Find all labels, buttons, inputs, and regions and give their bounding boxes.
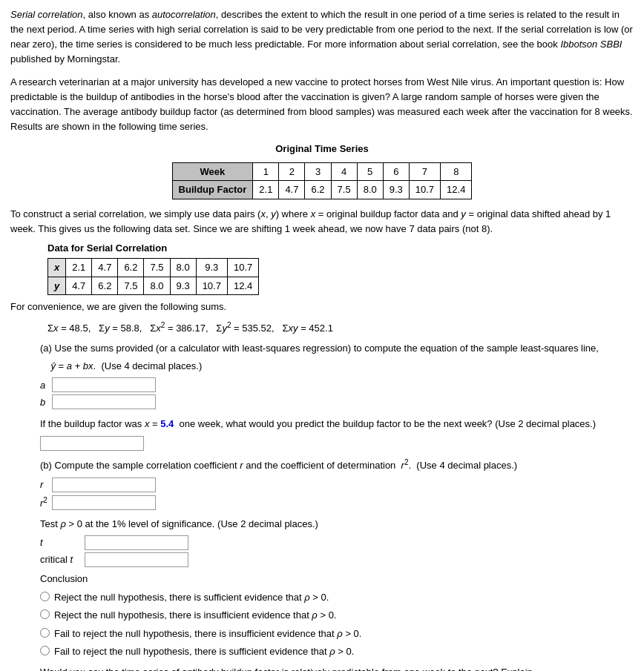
critical-t-label: critical t <box>40 552 85 567</box>
bf-3: 6.2 <box>305 181 331 199</box>
conclusion-label: Conclusion <box>40 572 634 586</box>
y-5: 9.3 <box>170 277 196 295</box>
conclusion-option-2: Reject the null hypothesis, there is ins… <box>40 608 634 623</box>
week-7: 7 <box>409 162 440 181</box>
bf-4: 7.5 <box>331 181 357 199</box>
x-4: 7.5 <box>144 259 170 277</box>
prediction-question: If the buildup factor was x = 5.4 one we… <box>40 417 634 432</box>
critical-t-row: critical t <box>40 552 634 567</box>
conclusion-radio-3[interactable] <box>40 628 50 638</box>
r-input-row: r <box>40 477 634 492</box>
r-input[interactable] <box>52 477 156 492</box>
bf-8: 12.4 <box>441 181 472 199</box>
serial-correlation-table: x 2.1 4.7 6.2 7.5 8.0 9.3 10.7 y 4.7 6.2… <box>47 258 259 295</box>
y-3: 7.5 <box>118 277 144 295</box>
t-input-row: t <box>40 535 634 550</box>
bf-1: 2.1 <box>253 181 279 199</box>
week-2: 2 <box>279 162 305 181</box>
week-6: 6 <box>383 162 409 181</box>
conclusion-radio-2[interactable] <box>40 609 50 619</box>
conclusion-option-4: Fail to reject the null hypothesis, ther… <box>40 644 634 659</box>
r-label: r <box>40 477 52 492</box>
y-7: 12.4 <box>227 277 258 295</box>
final-question-text: Would you say the time series of antibod… <box>40 665 634 671</box>
a-label: a <box>40 378 52 393</box>
b-input-row: b <box>40 394 634 409</box>
bf-6: 9.3 <box>383 181 409 199</box>
part-a-instruction: (a) Use the sums provided (or a calculat… <box>40 341 634 356</box>
y-1: 4.7 <box>66 277 92 295</box>
part-a-label: (a) Use the sums provided (or a calculat… <box>40 343 599 354</box>
conclusion-text-1: Reject the null hypothesis, there is suf… <box>54 590 329 605</box>
x-5: 8.0 <box>170 259 196 277</box>
b-label: b <box>40 395 52 410</box>
r2-label: r2 <box>40 495 52 511</box>
b-input[interactable] <box>52 394 156 409</box>
x-7: 10.7 <box>227 259 258 277</box>
y-2: 6.2 <box>92 277 118 295</box>
y-6: 10.7 <box>196 277 227 295</box>
conclusion-option-1: Reject the null hypothesis, there is suf… <box>40 590 634 605</box>
convenience-text: For convenience, we are given the follow… <box>10 300 634 314</box>
conclusion-option-3: Fail to reject the null hypothesis, ther… <box>40 627 634 641</box>
conclusion-options: Reject the null hypothesis, there is suf… <box>40 590 634 659</box>
buildup-header: Buildup Factor <box>172 181 253 199</box>
week-8: 8 <box>441 162 472 181</box>
intro-paragraph1: Serial correlation, also known as autoco… <box>10 7 634 67</box>
t-input[interactable] <box>85 535 188 550</box>
test-block: Test ρ > 0 at the 1% level of significan… <box>40 517 634 659</box>
prediction-input[interactable] <box>40 436 144 451</box>
week-3: 3 <box>305 162 331 181</box>
week-1: 1 <box>253 162 279 181</box>
part-b-instruction: (b) Compute the sample correlation coeff… <box>40 457 634 473</box>
a-input[interactable] <box>52 377 156 392</box>
r2-input[interactable] <box>52 495 156 510</box>
bf-2: 4.7 <box>279 181 305 199</box>
original-series-title: Original Time Series <box>275 142 368 156</box>
sums-line: Σx = 48.5, Σy = 58.8, Σx2 = 386.17, Σy2 … <box>47 320 634 336</box>
x-header: x <box>48 259 66 277</box>
r2-input-row: r2 <box>40 495 634 511</box>
original-series-block: Original Time Series Week 1 2 3 4 5 6 7 … <box>10 142 634 202</box>
t-label: t <box>40 535 85 550</box>
conclusion-text-4: Fail to reject the null hypothesis, ther… <box>54 644 354 659</box>
bf-5: 8.0 <box>357 181 383 199</box>
conclusion-text-3: Fail to reject the null hypothesis, ther… <box>54 627 361 641</box>
part-b-block: (b) Compute the sample correlation coeff… <box>40 457 634 511</box>
week-5: 5 <box>357 162 383 181</box>
final-question-block: Would you say the time series of antibod… <box>40 665 634 671</box>
x-3: 6.2 <box>118 259 144 277</box>
y-header: y <box>48 277 66 295</box>
intro-paragraph2: A research veterinarian at a major unive… <box>10 75 634 135</box>
original-series-table: Week 1 2 3 4 5 6 7 8 Buildup Factor 2.1 … <box>172 162 473 199</box>
a-input-row: a <box>40 377 634 392</box>
part-a-formula: ŷ = a + bx. (Use 4 decimal places.) <box>40 359 634 374</box>
conclusion-radio-1[interactable] <box>40 592 50 601</box>
week-header: Week <box>172 162 253 181</box>
conclusion-radio-4[interactable] <box>40 646 50 655</box>
serial-correlation-block: Data for Serial Correlation x 2.1 4.7 6.… <box>47 241 634 296</box>
y-4: 8.0 <box>144 277 170 295</box>
x-6: 9.3 <box>196 259 227 277</box>
x-2: 4.7 <box>92 259 118 277</box>
prediction-input-row <box>40 436 634 451</box>
serial-text: To construct a serial correlation, we si… <box>10 207 634 237</box>
x-1: 2.1 <box>66 259 92 277</box>
bf-7: 10.7 <box>409 181 440 199</box>
part-a-block: (a) Use the sums provided (or a calculat… <box>40 341 634 451</box>
test-instruction: Test ρ > 0 at the 1% level of significan… <box>40 517 634 532</box>
serial-table-title: Data for Serial Correlation <box>47 241 634 256</box>
critical-t-input[interactable] <box>85 552 188 567</box>
week-4: 4 <box>331 162 357 181</box>
conclusion-text-2: Reject the null hypothesis, there is ins… <box>54 608 336 623</box>
